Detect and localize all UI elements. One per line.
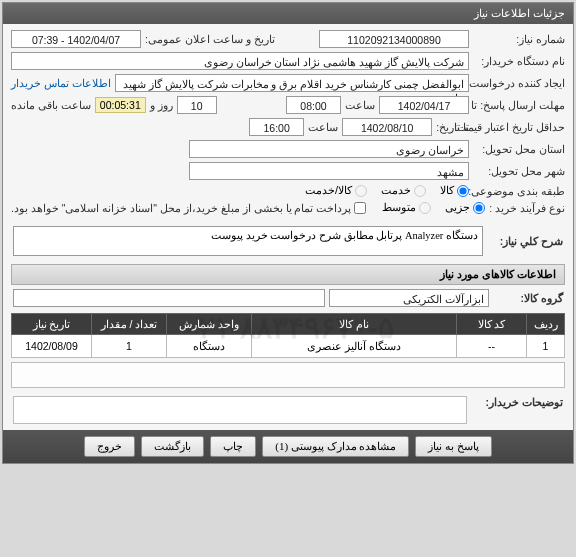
cell-row: 1 <box>527 335 565 358</box>
field-requester: ابوالفضل چمنی کارشناس خرید اقلام برق و م… <box>115 74 469 92</box>
radio-partial[interactable]: جزیی <box>445 201 485 214</box>
label-remaining: ساعت باقی مانده <box>11 99 91 111</box>
col-row: ردیف <box>527 314 565 335</box>
items-grid: ردیف کد کالا نام کالا واحد شمارش تعداد /… <box>11 313 565 358</box>
radio-both[interactable]: کالا/خدمت <box>305 184 367 197</box>
items-section-header: اطلاعات کالاهای مورد نیاز <box>11 264 565 285</box>
label-pub-datetime: تاریخ و ساعت اعلان عمومی: <box>145 33 275 45</box>
countdown-timer: 00:05:31 <box>95 97 146 113</box>
field-buyer-org: شرکت پالایش گاز شهید هاشمی نژاد استان خر… <box>11 52 469 70</box>
label-hour-2: ساعت <box>308 121 338 133</box>
radio-kala[interactable]: کالا <box>440 184 469 197</box>
radio-khadamat[interactable]: خدمت <box>381 184 426 197</box>
label-hour-1: ساعت <box>345 99 375 111</box>
field-deadline-time: 08:00 <box>286 96 341 114</box>
col-date: تاریخ نیاز <box>12 314 92 335</box>
col-qty: تعداد / مقدار <box>92 314 167 335</box>
reply-button[interactable]: پاسخ به نیاز <box>415 436 492 457</box>
field-deadline-date: 1402/04/17 <box>379 96 469 114</box>
label-requester: ایجاد کننده درخواست: <box>473 77 565 89</box>
label-price-valid: حداقل تاریخ اعتبار قیمت: <box>473 122 565 133</box>
grid-header-row: ردیف کد کالا نام کالا واحد شمارش تعداد /… <box>12 314 565 335</box>
label-province: استان محل تحویل: <box>473 143 565 155</box>
form-body: شماره نیاز: 1102092134000890 تاریخ و ساع… <box>3 24 573 222</box>
grid-footer-box <box>11 362 565 388</box>
label-reply-deadline: مهلت ارسال پاسخ: تا تاریخ: <box>473 100 565 111</box>
attachments-button[interactable]: مشاهده مدارک پیوستی (1) <box>262 436 409 457</box>
col-name: نام کالا <box>252 314 457 335</box>
field-city: مشهد <box>189 162 469 180</box>
desc-row: شرح کلي نیاز: <box>3 222 573 260</box>
label-need-no: شماره نیاز: <box>473 33 565 45</box>
col-unit: واحد شمارش <box>167 314 252 335</box>
field-province: خراسان رضوی <box>189 140 469 158</box>
field-pub-datetime: 1402/04/07 - 07:39 <box>11 30 141 48</box>
subject-radio-group: کالا خدمت کالا/خدمت <box>305 184 469 197</box>
col-code: کد کالا <box>457 314 527 335</box>
print-button[interactable]: چاپ <box>210 436 256 457</box>
label-purchase-type: نوع فرآیند خرید : <box>489 202 565 214</box>
treasury-checkbox[interactable]: پرداخت تمام یا بخشی از مبلغ خرید،از محل … <box>11 202 366 214</box>
cell-unit: دستگاه <box>167 335 252 358</box>
buyer-notes-box <box>13 396 467 424</box>
field-desc[interactable] <box>13 226 483 256</box>
back-button[interactable]: بازگشت <box>141 436 204 457</box>
footer-toolbar: پاسخ به نیاز مشاهده مدارک پیوستی (1) چاپ… <box>3 430 573 463</box>
field-price-valid-date: 1402/08/10 <box>342 118 432 136</box>
label-desc: شرح کلي نیاز: <box>489 235 563 247</box>
label-buyer-org: نام دستگاه خریدار: <box>473 55 565 67</box>
label-buyer-notes: توضیحات خریدار: <box>473 396 563 408</box>
field-group: ابزارآلات الکتریکی <box>329 289 489 307</box>
label-days-and: روز و <box>150 99 173 111</box>
cell-name: دستگاه آنالیز عنصری <box>252 335 457 358</box>
label-city: شهر محل تحویل: <box>473 165 565 177</box>
titlebar: جزئیات اطلاعات نیاز <box>3 3 573 24</box>
label-subject-class: طبقه بندی موضوعی: <box>473 185 565 197</box>
details-window: جزئیات اطلاعات نیاز شماره نیاز: 11020921… <box>2 2 574 464</box>
cell-qty: 1 <box>92 335 167 358</box>
field-deadline-days: 10 <box>177 96 217 114</box>
purchase-radio-group: جزیی متوسط <box>382 201 485 214</box>
field-price-valid-time: 16:00 <box>249 118 304 136</box>
radio-medium[interactable]: متوسط <box>382 201 431 214</box>
buyer-notes-row: توضیحات خریدار: <box>3 390 573 426</box>
label-to-date-2: تا تاریخ: <box>436 121 469 133</box>
exit-button[interactable]: خروج <box>84 436 135 457</box>
field-group-extra <box>13 289 325 307</box>
field-need-no: 1102092134000890 <box>319 30 469 48</box>
label-group: گروه کالا: <box>493 292 563 304</box>
buyer-contact-link[interactable]: اطلاعات تماس خریدار <box>11 77 111 90</box>
table-row[interactable]: 1 -- دستگاه آنالیز عنصری دستگاه 1 1402/0… <box>12 335 565 358</box>
cell-code: -- <box>457 335 527 358</box>
cell-date: 1402/08/09 <box>12 335 92 358</box>
